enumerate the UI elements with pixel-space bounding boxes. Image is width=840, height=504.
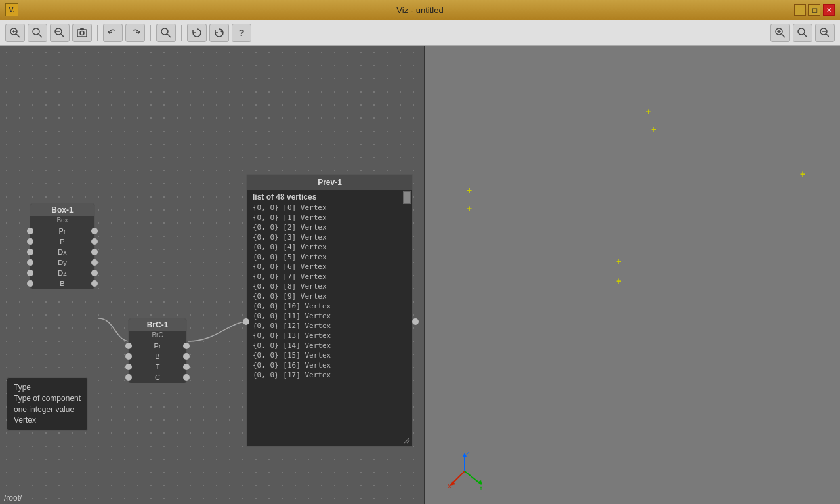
preview-panel[interactable]: Prev-1 list of 48 vertices {0, 0} [0] Ve…: [246, 174, 413, 447]
brc1-port-b: B: [129, 351, 186, 362]
plus-marker: +: [646, 106, 651, 117]
box1-port-b: B: [30, 278, 94, 289]
list-item: {0, 0} [7] Vertex: [253, 272, 407, 282]
svg-line-1: [16, 34, 20, 37]
refresh-all-button[interactable]: [209, 24, 229, 42]
main-area: Box-1 Box Pr P Dx Dy: [0, 46, 840, 504]
toolbar-separator-3: [181, 25, 182, 41]
viewport-zoom-fit-button[interactable]: [793, 24, 812, 42]
node-editor[interactable]: Box-1 Box Pr P Dx Dy: [0, 46, 425, 504]
port-label: B: [135, 352, 180, 360]
list-item: {0, 0} [3] Vertex: [253, 232, 407, 242]
box1-title: Box-1: [30, 204, 94, 216]
port-left-icon[interactable]: [27, 249, 33, 255]
svg-rect-11: [80, 28, 84, 30]
close-button[interactable]: ✕: [823, 4, 835, 16]
port-right-icon[interactable]: [91, 270, 98, 276]
brc1-title: BrC-1: [129, 319, 186, 331]
viewport-zoom-out-button[interactable]: [815, 24, 835, 42]
minimize-button[interactable]: —: [794, 4, 806, 16]
resize-handle[interactable]: [403, 436, 411, 444]
port-label: T: [135, 363, 180, 371]
tooltip-line3: one integer value: [14, 404, 81, 415]
port-left-icon[interactable]: [125, 374, 132, 381]
list-item: {0, 0} [4] Vertex: [253, 242, 407, 252]
port-label: Pr: [36, 227, 89, 235]
list-item: {0, 0} [13] Vertex: [253, 331, 407, 341]
app-logo: V.: [5, 3, 18, 16]
box1-port-p: P: [30, 236, 94, 247]
port-right-icon[interactable]: [91, 280, 98, 287]
port-right-icon[interactable]: [183, 364, 190, 370]
prev-panel-output-port[interactable]: [412, 318, 419, 325]
port-label: P: [36, 238, 89, 245]
tooltip-line1: Type: [14, 382, 81, 393]
window-controls: — ◻ ✕: [794, 4, 835, 16]
svg-point-12: [161, 28, 168, 35]
zoom-out-button[interactable]: [50, 24, 70, 42]
zoom-fit-button[interactable]: [28, 24, 47, 42]
screenshot-button[interactable]: [72, 24, 92, 42]
refresh-button[interactable]: [187, 24, 207, 42]
prev-panel-input-port[interactable]: [243, 318, 249, 325]
port-right-icon[interactable]: [183, 353, 190, 360]
search-button[interactable]: [156, 24, 176, 42]
box1-node[interactable]: Box-1 Box Pr P Dx Dy: [30, 203, 95, 289]
status-bar: /root/: [0, 492, 26, 504]
list-item: {0, 0} [11] Vertex: [253, 311, 407, 321]
preview-title: Prev-1: [247, 175, 412, 190]
brc1-port-pr: Pr: [129, 341, 186, 351]
box1-port-pr: Pr: [30, 226, 94, 236]
svg-point-4: [33, 28, 39, 35]
tooltip-line4: Vertex: [14, 415, 81, 426]
port-left-icon[interactable]: [27, 259, 33, 266]
svg-line-32: [465, 471, 481, 484]
port-right-icon[interactable]: [91, 228, 98, 234]
port-right-icon[interactable]: [183, 374, 190, 381]
help-button[interactable]: ?: [232, 24, 251, 42]
port-left-icon[interactable]: [125, 364, 132, 370]
svg-point-21: [798, 28, 805, 35]
plus-marker: +: [467, 203, 472, 214]
box1-port-dx: Dx: [30, 247, 94, 257]
restore-button[interactable]: ◻: [808, 4, 820, 16]
undo-button[interactable]: [103, 24, 123, 42]
plus-marker: +: [467, 185, 472, 196]
port-left-icon[interactable]: [125, 343, 132, 349]
port-label: Dy: [36, 259, 89, 266]
port-label: Dx: [36, 248, 89, 256]
viewport[interactable]: + + + + + + + Z X Y: [425, 46, 840, 504]
port-left-icon[interactable]: [27, 280, 33, 287]
list-item: {0, 0} [15] Vertex: [253, 350, 407, 360]
port-right-icon[interactable]: [91, 238, 98, 245]
svg-text:Y: Y: [479, 484, 483, 491]
list-item: {0, 0} [14] Vertex: [253, 341, 407, 350]
port-label: C: [135, 373, 180, 381]
port-left-icon[interactable]: [125, 353, 132, 360]
port-left-icon[interactable]: [27, 270, 33, 276]
window-title: Viz - untitled: [396, 5, 443, 15]
port-label: B: [36, 280, 89, 287]
svg-line-7: [61, 34, 64, 37]
brc1-node[interactable]: BrC-1 BrC Pr B T C: [128, 318, 187, 383]
viewport-zoom-in-button[interactable]: [770, 24, 790, 42]
box1-port-dz: Dz: [30, 268, 94, 278]
port-left-icon[interactable]: [27, 238, 33, 245]
toolbar: ?: [0, 20, 840, 46]
brc1-port-c: C: [129, 372, 186, 383]
preview-list-header: list of 48 vertices: [247, 190, 412, 203]
port-label: Pr: [135, 342, 180, 350]
preview-list[interactable]: {0, 0} [0] Vertex{0, 0} [1] Vertex{0, 0}…: [247, 203, 412, 446]
zoom-in-button[interactable]: [5, 24, 25, 42]
svg-line-5: [39, 34, 42, 37]
svg-line-24: [826, 34, 830, 37]
toolbar-separator-2: [150, 25, 151, 41]
plus-marker: +: [616, 276, 621, 286]
port-right-icon[interactable]: [183, 343, 190, 349]
plus-marker: +: [616, 256, 621, 266]
port-right-icon[interactable]: [91, 259, 98, 266]
preview-scrollbar[interactable]: [403, 191, 411, 204]
port-right-icon[interactable]: [91, 249, 98, 255]
port-left-icon[interactable]: [27, 228, 33, 234]
redo-button[interactable]: [125, 24, 145, 42]
